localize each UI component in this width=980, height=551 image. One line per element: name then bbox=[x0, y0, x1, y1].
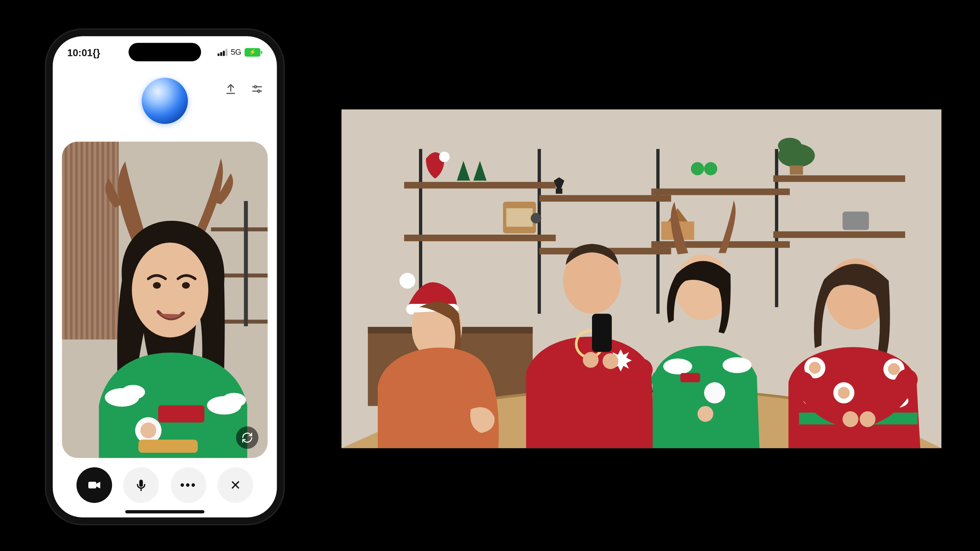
svg-rect-34 bbox=[539, 195, 671, 202]
svg-rect-23 bbox=[139, 440, 198, 453]
status-time: 10:01{} bbox=[67, 46, 100, 58]
home-indicator[interactable] bbox=[126, 510, 205, 513]
svg-point-66 bbox=[723, 357, 751, 373]
settings-icon[interactable] bbox=[251, 83, 264, 98]
svg-point-65 bbox=[663, 359, 692, 375]
video-button[interactable] bbox=[76, 467, 112, 503]
call-controls: ••• ✕ bbox=[53, 467, 277, 503]
selfie-illustration bbox=[62, 141, 268, 458]
mic-button[interactable] bbox=[124, 467, 159, 503]
more-button[interactable]: ••• bbox=[171, 467, 207, 503]
svg-rect-32 bbox=[404, 182, 556, 189]
svg-rect-36 bbox=[652, 189, 790, 195]
phone-screen: 10:01{} 5G ⚡ bbox=[53, 36, 277, 518]
svg-rect-24 bbox=[88, 482, 96, 488]
close-button[interactable]: ✕ bbox=[218, 467, 254, 503]
network-label: 5G bbox=[231, 48, 242, 57]
svg-rect-61 bbox=[592, 314, 612, 352]
svg-point-13 bbox=[132, 243, 209, 338]
svg-rect-12 bbox=[244, 201, 248, 326]
svg-rect-6 bbox=[62, 141, 119, 339]
dynamic-island bbox=[129, 43, 202, 61]
room-illustration bbox=[342, 110, 942, 448]
svg-rect-50 bbox=[790, 165, 803, 175]
svg-rect-37 bbox=[652, 241, 790, 248]
voice-orb-icon[interactable] bbox=[142, 78, 188, 124]
flip-camera-button[interactable] bbox=[236, 427, 258, 449]
signal-icon bbox=[218, 49, 228, 56]
svg-rect-20 bbox=[158, 405, 204, 422]
svg-rect-25 bbox=[139, 480, 143, 487]
svg-rect-9 bbox=[211, 227, 267, 231]
svg-rect-51 bbox=[843, 212, 869, 230]
svg-rect-39 bbox=[773, 231, 905, 238]
phone-mockup: 10:01{} 5G ⚡ bbox=[46, 30, 283, 524]
svg-point-3 bbox=[258, 90, 260, 92]
app-header bbox=[53, 68, 277, 134]
svg-point-1 bbox=[255, 86, 256, 88]
camera-feed bbox=[62, 141, 268, 458]
svg-rect-33 bbox=[404, 235, 556, 241]
svg-rect-44 bbox=[556, 189, 562, 194]
svg-rect-38 bbox=[773, 175, 905, 182]
svg-rect-42 bbox=[507, 208, 533, 227]
room-video bbox=[342, 110, 942, 448]
upload-icon[interactable] bbox=[224, 83, 238, 98]
battery-icon: ⚡ bbox=[245, 48, 263, 56]
svg-rect-67 bbox=[680, 373, 700, 382]
